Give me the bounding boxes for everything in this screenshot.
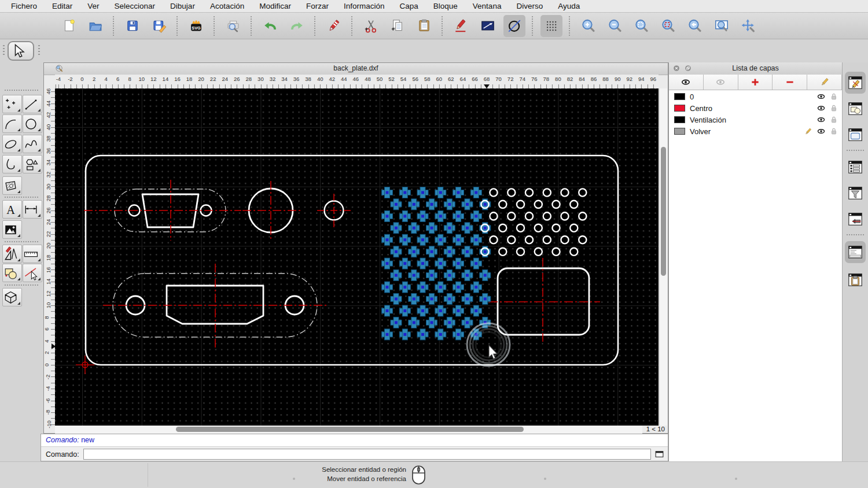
menu-capa[interactable]: Capa — [392, 2, 426, 10]
dsub-connector[interactable] — [84, 180, 241, 241]
tool-circle-button[interactable] — [23, 114, 42, 133]
plate-outline[interactable] — [86, 156, 618, 365]
undo-button[interactable] — [259, 15, 281, 37]
menu-ver[interactable]: Ver — [80, 2, 106, 10]
dock-entity-list-toggle-button[interactable] — [845, 156, 866, 178]
dock-clipboard-toggle-button[interactable] — [845, 269, 866, 291]
tool-polyline-button[interactable] — [2, 155, 22, 173]
layer-visibility-icon[interactable] — [816, 127, 826, 136]
tool-select-entity-button[interactable] — [23, 264, 42, 282]
tool-ellipse-button[interactable] — [2, 135, 22, 153]
menu-seleccionar[interactable]: Seleccionar — [107, 2, 163, 10]
tool-drafting-tools-button[interactable] — [2, 245, 22, 263]
tool-modify-button[interactable] — [2, 264, 22, 282]
zoom-previous-button[interactable] — [684, 15, 706, 37]
zoom-window-button[interactable] — [711, 15, 733, 37]
layer-lock-icon[interactable] — [830, 116, 838, 124]
menu-ayuda[interactable]: Ayuda — [550, 2, 587, 10]
scrollbar-thumb[interactable] — [176, 427, 524, 432]
tool-measure-button[interactable] — [23, 245, 42, 263]
layer-name: Volver — [690, 127, 804, 136]
paste-button[interactable] — [413, 15, 435, 37]
save-button[interactable] — [122, 15, 144, 37]
tool-arc-button[interactable] — [2, 114, 22, 133]
edit-pencil-button[interactable] — [807, 75, 842, 90]
layer-list: 0CentroVentilaciónVolver — [669, 91, 842, 137]
horizontal-scrollbar[interactable] — [55, 426, 642, 434]
layer-row-ventilacion[interactable]: Ventilación — [669, 114, 842, 125]
tool-dimension-button[interactable] — [23, 200, 42, 219]
menu-editar[interactable]: Editar — [45, 2, 80, 10]
menu-modificar[interactable]: Modificar — [252, 2, 299, 10]
document-titlebar[interactable]: back_plate.dxf — [44, 63, 668, 75]
line-tool-button[interactable] — [477, 15, 499, 37]
layer-lock-icon[interactable] — [830, 93, 838, 101]
horizontal-ruler: -4-2024681012141618202224262830323436384… — [55, 75, 659, 89]
mid-circle[interactable] — [242, 181, 300, 240]
menu-acotacion[interactable]: Acotación — [203, 2, 252, 10]
vertical-scrollbar[interactable] — [659, 88, 667, 426]
add-layer-button[interactable] — [738, 75, 773, 90]
eye-off-button[interactable] — [704, 75, 738, 90]
tool-spline-button[interactable] — [23, 135, 42, 153]
scrollbar-thumb[interactable] — [661, 147, 666, 276]
layer-lock-icon[interactable] — [830, 104, 838, 112]
dock-library-toggle-button[interactable] — [845, 124, 866, 146]
redo-button[interactable] — [286, 15, 308, 37]
circle-line-button[interactable] — [503, 15, 525, 37]
dock-filter-toggle-button[interactable] — [845, 182, 866, 204]
open-file-button[interactable] — [84, 15, 106, 37]
layer-visibility-icon[interactable] — [816, 115, 826, 124]
draw-order-button[interactable] — [450, 15, 472, 37]
eraser-button[interactable] — [323, 15, 345, 37]
zoom-auto-button[interactable] — [631, 15, 653, 37]
tool-points-button[interactable] — [2, 95, 22, 113]
hdmi-connector[interactable] — [103, 264, 328, 347]
tool-image-button[interactable] — [2, 220, 22, 239]
drawing-canvas[interactable] — [55, 88, 659, 426]
tool-hatch-button[interactable] — [2, 176, 22, 195]
dock-command-toggle-button[interactable] — [845, 241, 866, 263]
layer-row-0[interactable]: 0 — [669, 91, 842, 102]
copy-button[interactable] — [387, 15, 409, 37]
layer-visibility-icon[interactable] — [816, 103, 826, 113]
menu-diverso[interactable]: Diverso — [509, 2, 550, 10]
command-input[interactable] — [83, 449, 651, 460]
tool-text-button[interactable]: A — [2, 200, 22, 219]
dock-layers-toggle-button[interactable] — [845, 72, 866, 94]
layer-visibility-icon[interactable] — [816, 92, 826, 101]
print-preview-button[interactable] — [222, 15, 244, 37]
tool-cube-3d-button[interactable] — [2, 288, 22, 306]
layer-row-volver[interactable]: Volver — [669, 125, 842, 137]
grid-toggle-button[interactable] — [540, 15, 562, 37]
small-circle[interactable] — [317, 194, 351, 227]
ventilation-holes[interactable] — [382, 187, 587, 340]
dock-exploder-toggle-button[interactable] — [845, 208, 866, 230]
selection-tool-button[interactable] — [8, 41, 34, 61]
toolbar-separator — [351, 16, 354, 36]
dock-blocks-toggle-button[interactable] — [845, 98, 866, 120]
points-icon — [3, 97, 19, 112]
menu-ventana[interactable]: Ventana — [465, 2, 509, 10]
remove-layer-button[interactable] — [773, 75, 807, 90]
svg-export-button[interactable]: SVG — [185, 15, 207, 37]
menu-bloque[interactable]: Bloque — [426, 2, 465, 10]
layer-lock-icon[interactable] — [830, 127, 838, 135]
save-as-button[interactable] — [148, 15, 170, 37]
menu-dibujar[interactable]: Dibujar — [163, 2, 203, 10]
menu-fichero[interactable]: Fichero — [3, 2, 45, 10]
cut-button[interactable] — [360, 15, 382, 37]
eye-on-button[interactable] — [669, 75, 704, 90]
layer-row-centro[interactable]: Centro — [669, 102, 842, 114]
menu-informacion[interactable]: Información — [336, 2, 392, 10]
menu-forzar[interactable]: Forzar — [299, 2, 336, 10]
zoom-selected-button[interactable] — [657, 15, 679, 37]
tool-polygon-button[interactable] — [23, 155, 42, 173]
zoom-pan-button[interactable] — [737, 15, 759, 37]
svg-text:A: A — [6, 204, 15, 216]
zoom-in-button[interactable] — [578, 15, 599, 37]
keyboard-toggle-button[interactable] — [654, 449, 665, 459]
tool-line-button[interactable] — [23, 95, 42, 113]
new-file-button[interactable] — [58, 15, 80, 37]
zoom-out-button[interactable] — [604, 15, 626, 37]
